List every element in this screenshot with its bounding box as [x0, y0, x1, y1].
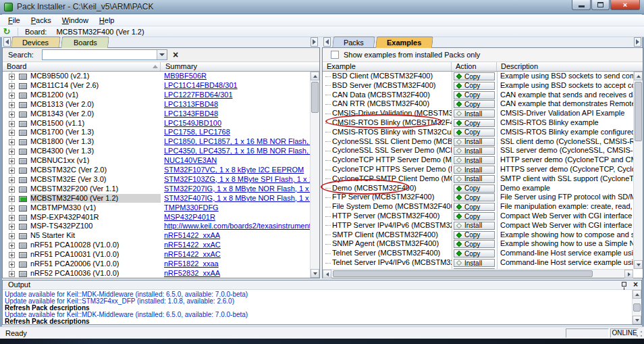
expand-icon[interactable]: [9, 168, 15, 174]
close-button[interactable]: ×: [610, 0, 640, 10]
search-dropdown-button[interactable]: [157, 50, 167, 59]
expand-icon[interactable]: [9, 121, 15, 127]
copy-button[interactable]: Copy: [454, 240, 495, 248]
install-button[interactable]: Install: [454, 175, 495, 183]
summary-link[interactable]: nRF52832_xxAA: [164, 269, 220, 277]
expand-icon[interactable]: [9, 224, 15, 230]
board-table-row[interactable]: nRF51 PCA10031 (V1.0.0)nRF51422_xxAC: [3, 250, 319, 260]
copy-button[interactable]: Copy: [454, 72, 495, 80]
example-table-row[interactable]: BSD Server (MCBSTM32F400)CopyExample usi…: [323, 81, 643, 91]
tab-boards[interactable]: Boards: [61, 36, 109, 48]
installed-packs-only-label[interactable]: Show examples from installed Packs only: [344, 51, 480, 59]
output-close-button[interactable]: ×: [633, 280, 638, 289]
column-header-action[interactable]: Action: [452, 62, 497, 71]
search-input[interactable]: [44, 51, 155, 59]
board-table-row[interactable]: nRF51 PCA10028 (V1.0.0)nRF51422_xxAC: [3, 241, 319, 250]
example-table-row[interactable]: BSD Client (MCBSTM32F400)CopyExample usi…: [323, 72, 643, 81]
copy-button[interactable]: Copy: [454, 249, 495, 257]
example-table-row[interactable]: CMSIS-Driver Validation (MCBSTM32F400)In…: [323, 109, 643, 118]
menu-window[interactable]: Window: [57, 16, 94, 25]
expand-icon[interactable]: [9, 233, 15, 239]
scrollbar-thumb[interactable]: [635, 82, 642, 141]
scrollbar-thumb[interactable]: [633, 303, 641, 312]
boards-vertical-scrollbar[interactable]: [310, 72, 319, 278]
copy-button[interactable]: Copy: [454, 119, 495, 127]
example-table-row[interactable]: CycloneSSL SSL Server Demo (MCBSTM32F400…: [323, 146, 643, 155]
board-table-row[interactable]: MCB1313 (Ver 2.0)LPC1313FBD48: [3, 100, 319, 109]
menu-packs[interactable]: Packs: [26, 16, 57, 25]
board-table-row[interactable]: MCBSTM32F400 (Ver 1.2)STM32F407IG, 1 x 8…: [3, 194, 319, 203]
scroll-down-button[interactable]: [634, 260, 643, 269]
example-table-row[interactable]: CAN Data (MCBSTM32F400)CopyCAN example t…: [323, 91, 643, 100]
board-table-row[interactable]: MCBTMPM330 (v1)TMPM330FDFG: [3, 203, 319, 213]
scroll-right-button[interactable]: [624, 270, 633, 278]
copy-button[interactable]: Copy: [454, 212, 495, 220]
tab-examples[interactable]: Examples: [375, 36, 433, 48]
scrollbar-thumb[interactable]: [311, 82, 319, 113]
pin-icon[interactable]: [622, 282, 626, 287]
example-table-row[interactable]: File System Demo (MCBSTM32F400)CopyFile …: [323, 202, 643, 212]
summary-link[interactable]: STM32F207IG, 1 x 8 MByte NOR Flash, 1 x …: [164, 185, 310, 193]
summary-link[interactable]: STM32F103ZG, 1 x 8 MByte SPI Flash, 1 x …: [164, 175, 310, 183]
column-header-summary[interactable]: Summary: [161, 62, 319, 71]
tab-scroll-left-button[interactable]: [3, 37, 11, 47]
example-table-row[interactable]: Demo (MCBSTM32F400)CopyDemo example: [323, 184, 643, 193]
scroll-down-button[interactable]: [633, 316, 641, 324]
summary-link[interactable]: http://www.keil.com/boards2/texasinstrum…: [164, 222, 310, 230]
board-table-row[interactable]: N5 Starter KitnRF51422_xxAA: [3, 231, 319, 241]
summary-link[interactable]: LPC1227FBD64/301: [164, 91, 233, 99]
example-table-row[interactable]: SMTP Client (MCBSTM32F400)CopyExample sh…: [323, 230, 643, 240]
expand-icon[interactable]: [9, 74, 15, 80]
copy-button[interactable]: Copy: [454, 128, 495, 137]
expand-icon[interactable]: [9, 177, 15, 183]
example-table-row[interactable]: CMSIS-RTOS Blinky with STM32CubeMX (MC..…: [323, 128, 643, 137]
example-table-row[interactable]: SNMP Agent (MCBSTM32F400)CopyExample sho…: [323, 239, 643, 249]
install-button[interactable]: Install: [454, 166, 495, 174]
install-button[interactable]: Install: [454, 156, 495, 164]
board-table-row[interactable]: MCBSTM32E (Ver 3.0)STM32F103ZG, 1 x 8 MB…: [3, 175, 319, 185]
copy-button[interactable]: Copy: [454, 185, 495, 193]
scroll-down-button[interactable]: [311, 269, 319, 278]
board-table-row[interactable]: MCB4300 (Ver 1.3)LPC4350, LPC4357, 1 x 1…: [3, 147, 319, 156]
expand-icon[interactable]: [9, 112, 15, 118]
scroll-up-button[interactable]: [633, 290, 641, 299]
install-button[interactable]: Install: [454, 259, 495, 267]
tab-scroll-left-button[interactable]: [323, 37, 331, 47]
board-table-row[interactable]: MCB1200 (v1)LPC1227FBD64/301: [3, 91, 319, 100]
summary-link[interactable]: nRF51422_xxAA: [164, 231, 220, 239]
example-table-row[interactable]: HTTP Server (MCBSTM32F400)CopyCompact We…: [323, 212, 643, 221]
summary-link[interactable]: MB9BF506R: [164, 72, 207, 80]
copy-button[interactable]: Copy: [454, 203, 495, 211]
board-table-row[interactable]: MSP-EXP432P401RMSP432P401R: [3, 213, 319, 222]
example-table-row[interactable]: CAN RTR (MCBSTM32F400)CopyCAN example th…: [323, 99, 643, 109]
summary-link[interactable]: LPC1313FBD48: [164, 100, 218, 108]
tab-scroll-right-button[interactable]: [311, 37, 318, 47]
column-header-description[interactable]: Description: [497, 62, 643, 71]
copy-button[interactable]: Copy: [454, 82, 495, 90]
summary-link[interactable]: nRF51422_xxAC: [164, 241, 221, 249]
expand-icon[interactable]: [9, 196, 15, 202]
expand-icon[interactable]: [9, 158, 15, 164]
board-table-row[interactable]: MCB1700 (Ver 1.3)LPC1758, LPC1768: [3, 128, 319, 137]
summary-link[interactable]: MSP432P401R: [164, 213, 215, 221]
example-table-row[interactable]: CycloneTCP HTTPS Server Demo (MCBSTM3...…: [323, 165, 643, 174]
expand-icon[interactable]: [9, 187, 15, 193]
install-button[interactable]: Install: [454, 109, 495, 118]
expand-icon[interactable]: [9, 102, 15, 108]
copy-button[interactable]: Copy: [454, 231, 495, 239]
expand-icon[interactable]: [9, 93, 15, 99]
summary-link[interactable]: LPC1343FBD48: [164, 109, 218, 118]
scroll-up-button[interactable]: [634, 72, 643, 80]
expand-icon[interactable]: [9, 149, 15, 155]
board-table-row[interactable]: MCB11C14 (Ver 2.6)LPC11C14FBD48/301: [3, 81, 319, 91]
installed-packs-only-checkbox[interactable]: [331, 51, 339, 59]
summary-link[interactable]: LPC11C14FBD48/301: [164, 81, 238, 89]
board-table-row[interactable]: MCBSTM32C (Ver 2.0)STM32F107VC, 1 x 8 kB…: [3, 166, 319, 175]
expand-icon[interactable]: [9, 83, 15, 89]
summary-link[interactable]: NUC140VE3AN: [164, 156, 217, 164]
resize-grip[interactable]: [635, 330, 643, 338]
examples-vertical-scrollbar[interactable]: [633, 72, 643, 269]
expand-icon[interactable]: [9, 271, 15, 277]
tab-scroll-right-button[interactable]: [634, 37, 641, 47]
install-button[interactable]: Install: [454, 147, 495, 155]
